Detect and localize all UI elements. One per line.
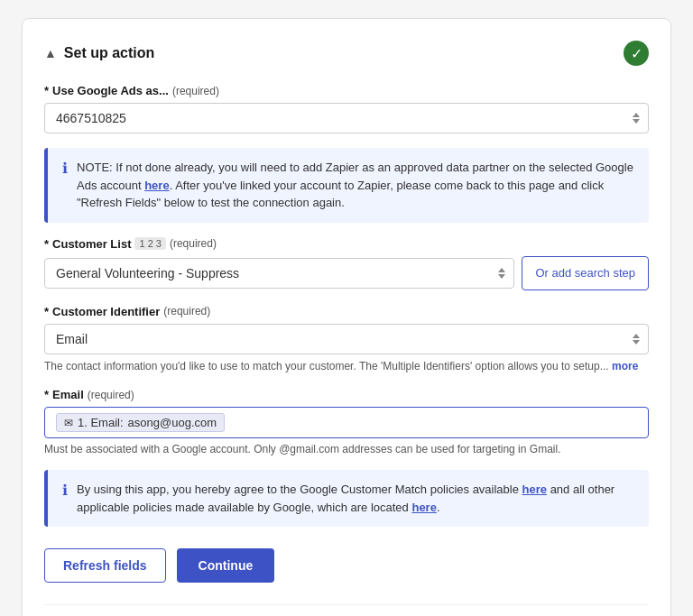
gmail-hint: Must be associated with a Google account…	[44, 443, 649, 455]
note-text: NOTE: If not done already, you will need…	[77, 159, 634, 212]
continue-button[interactable]: Continue	[177, 548, 275, 583]
success-check-circle: ✓	[624, 41, 649, 66]
google-ads-input-wrapper	[44, 103, 649, 133]
email-field-group: * Email (required) ✉ 1. Email: asong@uog…	[44, 388, 649, 455]
policy-box: ℹ By using this app, you hereby agree to…	[44, 470, 649, 527]
refresh-fields-button[interactable]: Refresh fields	[44, 548, 166, 583]
customer-identifier-input[interactable]	[44, 324, 649, 354]
customer-list-row: Or add search step	[44, 256, 649, 290]
customer-list-input-wrapper	[44, 258, 514, 289]
bottom-divider	[44, 604, 649, 605]
more-link[interactable]: more	[612, 360, 638, 372]
customer-list-field-group: * Customer List 1 2 3 (required) Or add …	[44, 237, 649, 290]
policy-link-2[interactable]: here	[411, 501, 436, 514]
policy-link-1[interactable]: here	[522, 483, 547, 496]
customer-identifier-input-wrapper	[44, 324, 649, 354]
email-field-wrapper[interactable]: ✉ 1. Email: asong@uog.com	[44, 407, 649, 438]
email-tag-text: 1. Email:	[78, 416, 124, 429]
note-box: ℹ NOTE: If not done already, you will ne…	[44, 148, 649, 223]
note-link[interactable]: here	[144, 179, 169, 192]
email-icon: ✉	[64, 417, 73, 429]
add-search-step-button[interactable]: Or add search step	[522, 256, 649, 290]
google-ads-input[interactable]	[44, 103, 649, 133]
policy-info-icon: ℹ	[62, 482, 68, 516]
customer-list-label: * Customer List 1 2 3 (required)	[44, 237, 649, 251]
email-tag: ✉ 1. Email: asong@uog.com	[56, 413, 225, 432]
customer-identifier-field-group: * Customer Identifier (required) The con…	[44, 305, 649, 374]
setup-action-card: ▲ Set up action ✓ * Use Google Ads as...…	[22, 18, 671, 616]
email-tag-value: asong@uog.com	[128, 416, 217, 429]
google-ads-label: * Use Google Ads as... (required)	[44, 84, 649, 97]
check-icon: ✓	[631, 45, 642, 62]
policy-text: By using this app, you hereby agree to t…	[77, 481, 634, 516]
google-ads-field-group: * Use Google Ads as... (required)	[44, 84, 649, 133]
section-header-left: ▲ Set up action	[44, 45, 154, 61]
action-buttons: Refresh fields Continue	[44, 548, 649, 583]
collapse-icon[interactable]: ▲	[44, 46, 57, 60]
email-label: * Email (required)	[44, 388, 649, 401]
customer-identifier-hint: The contact information you'd like to us…	[44, 359, 649, 374]
info-icon: ℹ	[62, 160, 68, 212]
section-header: ▲ Set up action ✓	[44, 41, 649, 66]
customer-identifier-label: * Customer Identifier (required)	[44, 305, 649, 318]
section-title: Set up action	[64, 45, 154, 61]
customer-list-input[interactable]	[44, 258, 514, 289]
